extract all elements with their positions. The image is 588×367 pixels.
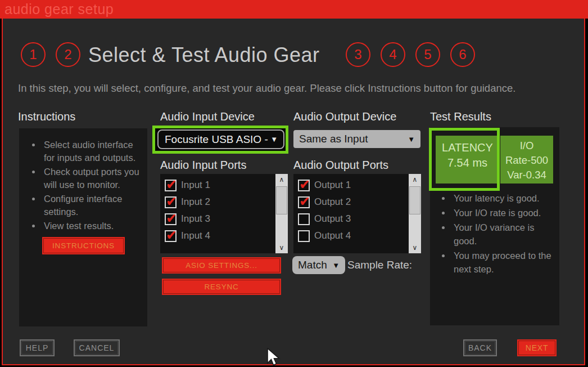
scrollbar[interactable]: ∧ ∨	[275, 174, 288, 253]
bullet-item: Configure interface settings.	[42, 193, 143, 218]
chevron-down-icon: ▼	[270, 135, 283, 144]
io-label: I/O	[500, 138, 553, 153]
checkbox-unchecked[interactable]	[298, 213, 310, 225]
chevron-down-icon: ▼	[408, 135, 420, 144]
instructions-bullet-list: Select audio interface for inputs and ou…	[19, 128, 147, 232]
bullet-item: Your latency is good.	[451, 191, 556, 205]
title-bar: audio gear setup	[0, 0, 588, 19]
port-label: Output 3	[314, 213, 351, 225]
output-device-dropdown[interactable]: Same as Input ▼	[293, 130, 420, 148]
scrollbar-thumb[interactable]	[276, 186, 287, 214]
port-row: Output 4	[293, 227, 421, 244]
port-label: Input 1	[181, 180, 210, 191]
app-window: audio gear setup 12 Select & Test Audio …	[0, 0, 588, 367]
instructions-button[interactable]: INSTRUCTIONS	[42, 237, 125, 254]
test-results-heading: Test Results	[430, 110, 491, 123]
back-button[interactable]: BACK	[463, 339, 497, 356]
checkbox-checked[interactable]	[298, 180, 310, 191]
port-row: Input 4	[160, 227, 288, 244]
mouse-cursor-icon	[266, 348, 281, 367]
port-label: Output 2	[314, 196, 351, 208]
port-row: Output 3	[293, 211, 421, 227]
port-label: Output 4	[314, 230, 351, 241]
port-row: Input 1	[160, 177, 288, 194]
cancel-button[interactable]: CANCEL	[74, 339, 120, 356]
scroll-up-icon[interactable]: ∧	[275, 174, 288, 185]
bullet-item: View test results.	[42, 220, 143, 232]
bullet-item: Select audio interface for inputs and ou…	[42, 138, 143, 164]
output-ports-list: Output 1Output 2Output 3Output 4 ∧ ∨	[293, 174, 421, 253]
bullet-item: Your I/O rate is good.	[451, 206, 556, 220]
port-row: Input 2	[160, 194, 288, 211]
output-ports-rows: Output 1Output 2Output 3Output 4	[293, 177, 421, 244]
port-row: Output 1	[293, 177, 421, 194]
output-device-selected: Same as Input	[293, 133, 408, 145]
port-label: Input 4	[181, 230, 210, 241]
input-device-selected: Focusrite USB ASIO - ..	[159, 133, 270, 146]
input-device-heading: Audio Input Device	[160, 110, 255, 123]
sample-rate-dropdown[interactable]: Match ▼	[292, 256, 345, 274]
asio-settings-button[interactable]: ASIO SETTINGS...	[162, 257, 281, 274]
step-circle-6: 6	[450, 42, 475, 67]
instructions-panel: Select audio interface for inputs and ou…	[19, 128, 147, 326]
scrollbar[interactable]: ∧ ∨	[409, 174, 421, 253]
checkbox-checked[interactable]	[298, 196, 310, 208]
instructions-heading: Instructions	[18, 110, 75, 123]
checkbox-unchecked[interactable]	[298, 230, 310, 242]
latency-highlight	[429, 128, 500, 191]
port-row: Input 3	[160, 211, 288, 227]
step-indicators-left: 12	[21, 42, 80, 67]
bullet-item: You may proceed to the next step.	[451, 249, 556, 276]
next-button[interactable]: NEXT	[517, 339, 557, 356]
bullet-item: Your I/O variance is good.	[451, 221, 556, 248]
window-title: audio gear setup	[0, 0, 588, 18]
scroll-down-icon[interactable]: ∨	[275, 242, 288, 253]
step-circle-5: 5	[415, 42, 440, 67]
input-device-dropdown[interactable]: Focusrite USB ASIO - .. ▼	[157, 129, 284, 149]
step-circle-4: 4	[381, 42, 405, 67]
page-title: Select & Test Audio Gear	[88, 42, 320, 67]
io-variance-value: Var-0.34	[500, 168, 553, 182]
port-label: Output 1	[314, 180, 351, 191]
port-label: Input 3	[181, 213, 210, 225]
scroll-up-icon[interactable]: ∧	[409, 174, 421, 185]
port-row: Output 2	[293, 194, 421, 211]
resync-button[interactable]: RESYNC	[162, 279, 281, 295]
checkbox-checked[interactable]	[165, 213, 177, 225]
io-rate-value: Rate-500	[500, 153, 553, 168]
step-description: In this step, you will select, configure…	[18, 82, 577, 95]
checkbox-checked[interactable]	[165, 230, 177, 242]
step-circle-3: 3	[346, 42, 370, 67]
input-ports-heading: Audio Input Ports	[160, 159, 246, 172]
input-ports-list: Input 1Input 2Input 3Input 4 ∧ ∨	[160, 174, 288, 253]
checkbox-checked[interactable]	[165, 180, 177, 191]
step-indicators-right: 3456	[346, 42, 475, 67]
checkbox-checked[interactable]	[165, 196, 177, 208]
input-ports-rows: Input 1Input 2Input 3Input 4	[160, 177, 288, 244]
scroll-down-icon[interactable]: ∨	[409, 242, 421, 253]
io-result-box: I/O Rate-500 Var-0.34	[500, 136, 553, 184]
step-circle-2: 2	[56, 42, 80, 67]
scrollbar-thumb[interactable]	[409, 186, 420, 214]
sample-rate-label: Sample Rate:	[347, 259, 412, 271]
output-device-heading: Audio Output Device	[293, 110, 396, 123]
help-button[interactable]: HELP	[20, 339, 55, 356]
sample-rate-selected: Match	[292, 259, 332, 271]
step-circle-1: 1	[21, 42, 46, 67]
output-ports-heading: Audio Output Ports	[293, 159, 388, 172]
bullet-item: Check output ports you will use to monit…	[42, 165, 143, 191]
port-label: Input 2	[181, 196, 210, 208]
chevron-down-icon: ▼	[332, 261, 345, 270]
